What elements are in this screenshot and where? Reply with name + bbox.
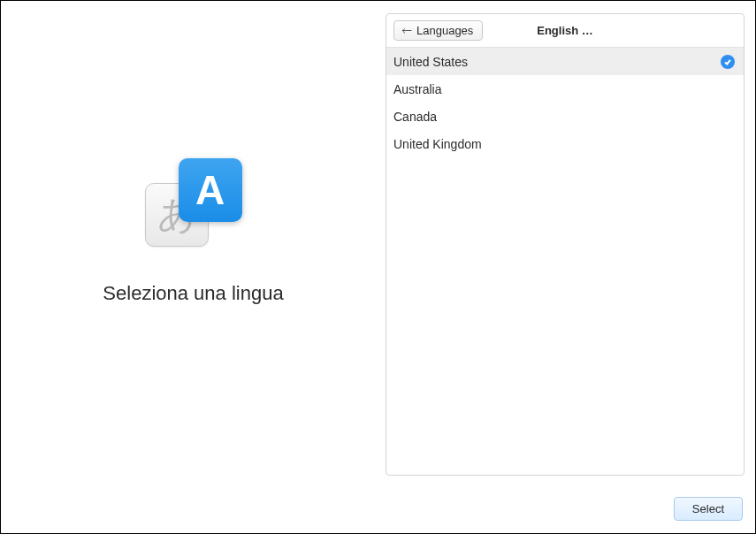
check-icon	[721, 55, 735, 69]
list-item-label: Australia	[393, 82, 735, 96]
panel-title: English …	[537, 24, 593, 37]
list-item-label: United States	[393, 55, 721, 69]
latin-char-icon: A	[179, 158, 242, 222]
select-button[interactable]: Select	[674, 497, 743, 521]
list-item[interactable]: Australia	[386, 75, 744, 103]
back-button-label: Languages	[416, 24, 473, 37]
list-item[interactable]: United States	[386, 48, 744, 75]
arrow-left-icon: 🡐	[401, 25, 412, 37]
list-item-label: Canada	[393, 110, 735, 124]
list-item-label: United Kingdom	[393, 137, 735, 151]
list-body: United StatesAustraliaCanadaUnited Kingd…	[386, 48, 744, 475]
language-list-panel: 🡐 Languages English … United StatesAustr…	[386, 13, 745, 476]
left-pane: あ A Seleziona una lingua	[1, 1, 386, 533]
back-button[interactable]: 🡐 Languages	[393, 20, 483, 41]
footer: Select	[674, 497, 743, 521]
language-icon: あ A	[145, 158, 242, 256]
right-pane: 🡐 Languages English … United StatesAustr…	[386, 1, 755, 533]
panel-header: 🡐 Languages English …	[386, 14, 744, 48]
list-item[interactable]: United Kingdom	[386, 130, 744, 157]
list-item[interactable]: Canada	[386, 103, 744, 130]
prompt-text: Seleziona una lingua	[103, 282, 283, 305]
